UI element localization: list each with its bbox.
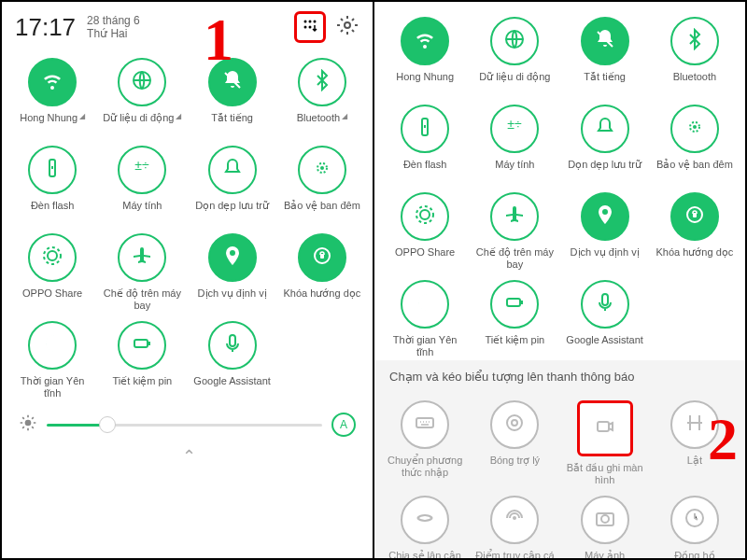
airplane-icon <box>503 203 526 230</box>
qs-tile-circle[interactable] <box>28 233 77 282</box>
qs-tile-circle[interactable] <box>490 280 539 329</box>
qs-tile[interactable]: Dịch vụ định vị <box>188 231 277 314</box>
qs-tile[interactable]: Bóng trợ lý <box>470 399 559 488</box>
drag-handle[interactable]: ⌃ <box>2 442 373 474</box>
qs-tile[interactable]: Điểm truy cập cá nhân <box>470 494 559 558</box>
qs-tile-circle[interactable] <box>401 280 449 329</box>
qs-tile[interactable]: Bảo vệ ban đêm <box>277 144 367 226</box>
qs-tile-circle[interactable] <box>28 146 77 194</box>
qs-tile[interactable]: Chuyển phương thức nhập <box>380 399 470 488</box>
qs-tile-circle[interactable] <box>490 105 539 153</box>
qs-tile-circle[interactable] <box>670 496 719 544</box>
date-block: 28 tháng 6 Thứ Hai <box>87 14 140 41</box>
qs-tile-circle[interactable] <box>208 321 257 370</box>
bell-off-icon <box>594 28 616 54</box>
qs-tile-circle[interactable] <box>490 400 539 449</box>
qs-tile[interactable]: Chế độ trên máy bay <box>470 190 559 273</box>
expand-caret-icon: ◢ <box>79 112 85 120</box>
qs-tile[interactable]: Bluetooth <box>650 15 740 97</box>
cast-icon <box>414 203 436 230</box>
qs-tile-circle[interactable] <box>208 146 257 194</box>
qs-tile-circle[interactable] <box>298 58 346 106</box>
qs-tile[interactable]: Đèn flash <box>380 103 470 185</box>
qs-tile-circle[interactable] <box>28 321 77 370</box>
qs-tile-circle[interactable] <box>401 400 449 449</box>
qs-tile-circle[interactable] <box>581 105 629 153</box>
moon-icon <box>414 291 436 317</box>
auto-brightness-toggle[interactable]: A <box>331 413 356 437</box>
qs-tile[interactable]: Máy tính <box>97 144 187 226</box>
qs-tile[interactable]: Bảo vệ ban đêm <box>650 103 740 185</box>
qs-tile[interactable]: Chia sẻ lân cận <box>380 494 470 558</box>
qs-tile[interactable]: Dịch vụ định vị <box>560 190 650 273</box>
comparison-frame: 1 17:17 28 tháng 6 Thứ Hai Hong Nhung◢Dữ… <box>0 0 747 560</box>
qs-tile[interactable]: Dữ liệu di động <box>470 15 559 97</box>
qs-tile-circle[interactable] <box>577 400 633 456</box>
qs-tile[interactable]: Google Assistant <box>188 319 277 401</box>
qs-tile[interactable]: Tiết kiệm pin <box>470 278 559 360</box>
qs-tile-circle[interactable] <box>401 105 449 153</box>
qs-tile-label: Máy tính <box>122 200 162 224</box>
qs-tile[interactable]: Máy tính <box>470 103 559 185</box>
qs-tile[interactable]: Dọn dẹp lưu trữ <box>560 103 650 185</box>
qs-tile-circle[interactable] <box>118 321 166 370</box>
hotspot-icon <box>503 507 526 533</box>
qs-tile[interactable]: OPPO Share <box>7 231 97 314</box>
qs-tile-circle[interactable] <box>670 105 719 153</box>
qs-tile[interactable]: Máy ảnh <box>560 494 650 558</box>
qs-tile[interactable]: Khóa hướng dọc <box>650 190 740 273</box>
qs-tile[interactable]: OPPO Share <box>380 190 470 273</box>
qs-tile-circle[interactable] <box>298 233 346 282</box>
brightness-slider[interactable] <box>47 424 322 427</box>
qs-tile[interactable]: Tiết kiệm pin <box>97 319 187 401</box>
qs-tile-circle[interactable] <box>670 192 719 241</box>
qs-tile-circle[interactable] <box>118 58 166 106</box>
flashlight-icon <box>41 157 63 183</box>
edit-tiles-button[interactable] <box>294 11 326 43</box>
qs-tile-circle[interactable] <box>581 280 629 329</box>
qs-tile-circle[interactable] <box>401 496 449 544</box>
qs-tile[interactable]: Thời gian Yên tĩnh <box>380 278 470 360</box>
qs-tile-circle[interactable] <box>298 146 346 194</box>
bell-icon <box>594 116 616 142</box>
date-line2: Thứ Hai <box>87 27 140 40</box>
qs-tile-label: Đèn flash <box>403 159 446 183</box>
qs-tile-label: Chuyển phương thức nhập <box>385 455 465 479</box>
qs-tile[interactable]: Đèn flash <box>7 144 97 226</box>
keyboard-icon <box>414 412 436 438</box>
qs-tile[interactable]: Khóa hướng dọc <box>277 231 367 314</box>
settings-button[interactable] <box>335 15 359 39</box>
qs-tile-label: Dịch vụ định vị <box>198 287 267 312</box>
qs-tile-circle[interactable] <box>401 17 449 65</box>
mic-icon <box>221 332 244 358</box>
annotation-1: 1 <box>204 6 233 75</box>
brightness-thumb[interactable] <box>99 416 116 433</box>
qs-tile-circle[interactable] <box>490 496 539 544</box>
qs-tile[interactable]: Tắt tiếng <box>560 15 650 97</box>
qs-tile[interactable]: Thời gian Yên tĩnh <box>7 319 97 401</box>
qs-tile-circle[interactable] <box>670 17 719 65</box>
qs-tile-circle[interactable] <box>581 17 629 65</box>
qs-tile-circle[interactable] <box>401 192 449 241</box>
qs-tile[interactable]: Đồng hồ <box>650 494 740 558</box>
location-icon <box>594 203 616 230</box>
qs-tile-circle[interactable] <box>28 58 77 106</box>
qs-tile[interactable]: Hong Nhung <box>380 15 470 97</box>
qs-tile-label: Bắt đầu ghi màn hình <box>565 462 645 486</box>
qs-tile[interactable]: Hong Nhung◢ <box>7 56 97 138</box>
qs-tile[interactable]: Bắt đầu ghi màn hình <box>560 399 650 488</box>
qs-tile[interactable]: Dữ liệu di động◢ <box>97 56 187 138</box>
qs-tile[interactable]: Google Assistant <box>560 278 650 360</box>
qs-tile-circle[interactable] <box>490 192 539 241</box>
qs-tile-circle[interactable] <box>490 17 539 65</box>
qs-tile-circle[interactable] <box>118 233 166 282</box>
battery-icon <box>503 291 526 317</box>
calculator-icon <box>503 116 526 142</box>
qs-tile-circle[interactable] <box>208 233 257 282</box>
qs-tile-circle[interactable] <box>581 496 629 544</box>
qs-tile[interactable]: Bluetooth◢ <box>277 56 367 138</box>
qs-tile-circle[interactable] <box>581 192 629 241</box>
qs-tile-circle[interactable] <box>118 146 166 194</box>
qs-tile[interactable]: Chế độ trên máy bay <box>97 231 187 314</box>
qs-tile[interactable]: Dọn dẹp lưu trữ <box>188 144 277 226</box>
